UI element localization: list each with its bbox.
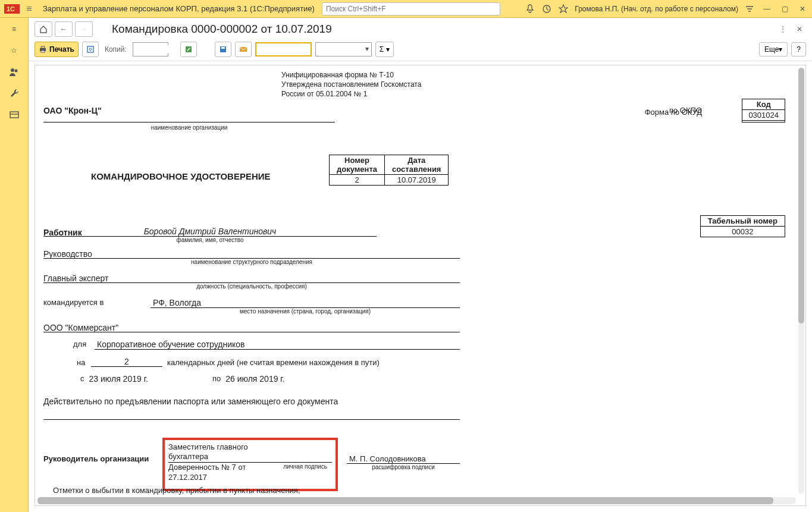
docdate-value: 10.07.2019 [385, 174, 449, 185]
tabnum-value: 00032 [700, 226, 785, 237]
preview-button[interactable] [82, 42, 99, 57]
okpo-value [742, 121, 785, 122]
more-menu-icon[interactable]: ⋮ [776, 23, 789, 36]
nav-back-button[interactable]: ← [55, 21, 73, 37]
page-input[interactable] [255, 42, 312, 56]
global-search-input[interactable] [322, 2, 500, 15]
form-header: Унифицированная форма № Т-10 Утверждена … [281, 70, 785, 99]
docnum-table: Номердокумента Датасоставления 2 10.07.2… [329, 155, 449, 186]
edit-button[interactable] [180, 42, 197, 57]
main-menu-icon[interactable]: ≡ [23, 4, 36, 14]
app-title: Зарплата и управление персоналом КОРП, р… [43, 4, 315, 13]
docnum-h1: Номер [344, 156, 369, 165]
star-tab-icon[interactable]: ☆ [8, 44, 21, 57]
print-button[interactable]: Печать [35, 42, 79, 57]
code-table: Код 0301024 [742, 99, 785, 122]
copies-stepper[interactable]: ▲▼ [133, 42, 168, 56]
svg-rect-10 [87, 46, 93, 52]
copies-value[interactable] [133, 45, 224, 54]
svg-point-11 [89, 48, 92, 51]
dept-sublabel: наименование структурного подразделения [43, 259, 460, 265]
sig-sub-personal: личная подпись [278, 463, 332, 483]
marks-text: Отметки о выбытии в командировку, прибыт… [53, 486, 300, 495]
print-toolbar: Печать Копий: ▲▼ Σ ▾ Еще ▾ ? [29, 39, 812, 61]
form-header-line3: России от 05.01.2004 № 1 [281, 89, 785, 99]
vertical-scrollbar[interactable] [798, 68, 804, 494]
docdate-h1b: составления [392, 165, 441, 174]
maximize-button[interactable]: ▢ [779, 5, 791, 13]
signer-position-line2: бухгалтера [168, 452, 332, 463]
dept-value: Руководство [43, 249, 92, 259]
star-icon[interactable] [558, 4, 569, 14]
okud-value: 0301024 [742, 110, 785, 121]
bell-icon[interactable] [525, 4, 535, 14]
head-label: Руководитель организации [43, 454, 149, 463]
svg-rect-8 [41, 46, 45, 48]
svg-rect-9 [41, 51, 45, 52]
position-sublabel: должность (специальность, профессия) [43, 283, 460, 290]
home-button[interactable] [35, 21, 52, 37]
svg-point-4 [14, 70, 17, 73]
to-label: по [212, 374, 221, 384]
destination-label: командируется в [43, 298, 151, 315]
svg-rect-14 [221, 47, 225, 49]
form-header-line2: Утверждена постановлением Госкомстата [281, 80, 785, 89]
wrench-icon[interactable] [8, 87, 21, 100]
days-label-post: календарных дней (не считая времени нахо… [167, 358, 380, 367]
docnum-h1b: документа [337, 165, 377, 174]
settings-lines-icon[interactable] [744, 4, 755, 14]
client-value: ООО "Коммерсант" [43, 323, 118, 332]
org-sublabel: наименование организации [43, 124, 335, 131]
signer-doc: Доверенность № 7 от 27.12.2017 [168, 463, 272, 483]
copies-label: Копий: [105, 45, 127, 54]
dropdown-input[interactable] [315, 42, 372, 56]
card-icon[interactable] [8, 108, 21, 121]
cert-title: КОМАНДИРОВОЧНОЕ УДОСТОВЕРЕНИЕ [91, 171, 271, 181]
to-date: 26 июля 2019 г. [225, 374, 284, 384]
svg-text:1С: 1С [7, 5, 15, 12]
svg-rect-5 [10, 112, 18, 118]
docdate-h1: Дата [407, 156, 425, 165]
close-button[interactable]: ✕ [797, 5, 808, 13]
valid-text: Действительно по предъявлении паспорта и… [43, 397, 338, 406]
svg-point-3 [11, 68, 14, 72]
destination-sublabel: место назначения (страна, город, организ… [151, 308, 460, 315]
left-sidebar: ≡ ☆ [0, 18, 29, 512]
sig-sub-decryption: расшифровка подписи [347, 464, 460, 470]
more-button-label: Еще [764, 45, 779, 54]
history-icon[interactable] [541, 4, 552, 14]
app-logo-icon: 1С [4, 3, 20, 15]
more-button[interactable]: Еще ▾ [759, 42, 788, 56]
days-value: 2 [91, 357, 162, 367]
from-label: с [80, 374, 84, 384]
purpose-value: Корпоративное обучение сотрудников [95, 340, 460, 350]
tabnum-table: Табельный номер 00032 [700, 215, 785, 237]
position-value: Главный эксперт [43, 274, 108, 283]
org-name: ОАО "Крон-Ц" [43, 106, 102, 115]
titlebar: 1С ≡ Зарплата и управление персоналом КО… [0, 0, 812, 18]
document-title: Командировка 0000-000002 от 10.07.2019 [112, 23, 332, 36]
from-date: 23 июля 2019 г. [89, 374, 148, 384]
save-button[interactable] [215, 42, 231, 57]
fio-sublabel: фамилия, имя, отчество [43, 237, 377, 243]
help-button[interactable]: ? [791, 42, 806, 56]
print-button-label: Печать [49, 45, 74, 54]
destination-value: РФ, Вологда [151, 298, 460, 308]
current-user[interactable]: Громова Н.П. (Нач. отд. по работе с перс… [575, 5, 738, 13]
docnum-value: 2 [330, 174, 385, 185]
horizontal-scrollbar[interactable] [37, 497, 796, 504]
signer-position-line1: Заместитель главного [168, 442, 248, 451]
worker-label: Работник [43, 228, 97, 237]
email-button[interactable] [235, 42, 252, 57]
sub-header: ← → Командировка 0000-000002 от 10.07.20… [29, 18, 812, 39]
sum-button[interactable]: Σ ▾ [375, 42, 394, 57]
menu-icon[interactable]: ≡ [8, 23, 21, 36]
search-wrap [322, 2, 500, 15]
tabnum-header: Табельный номер [700, 215, 785, 226]
minimize-button[interactable]: — [761, 5, 773, 13]
close-tab-button[interactable]: ✕ [793, 23, 806, 36]
code-header: Код [742, 99, 785, 110]
users-icon[interactable] [8, 65, 21, 78]
document-area: Унифицированная форма № Т-10 Утверждена … [35, 65, 806, 506]
nav-forward-button[interactable]: → [75, 21, 93, 37]
